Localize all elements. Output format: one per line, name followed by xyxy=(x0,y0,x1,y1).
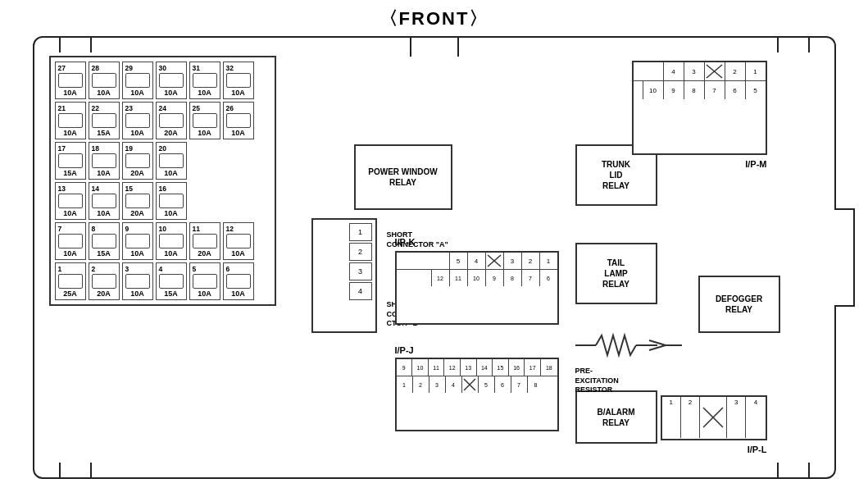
fuse-6: 610A xyxy=(223,262,254,300)
tail-lamp-relay-box: TAILLAMPRELAY xyxy=(575,243,657,304)
fuse-16: 1610A xyxy=(156,182,187,220)
ipj-area: 9 10 11 12 13 14 15 16 17 18 1 2 3 4 5 6… xyxy=(395,358,559,431)
fuse-4: 415A xyxy=(156,262,187,300)
ipk-area: 5 4 3 2 1 12 11 10 9 8 7 6 xyxy=(395,251,559,325)
fuse-27: 2710A xyxy=(55,62,86,99)
short-connector-a-area: 1 2 3 4 xyxy=(311,218,377,333)
fuse-9: 910A xyxy=(122,222,153,260)
sc-a-cell-4: 4 xyxy=(349,282,372,300)
fuse-26: 2610A xyxy=(223,102,254,139)
balarm-relay-box: B/ALARMRELAY xyxy=(575,390,657,444)
notch-tl xyxy=(59,36,92,52)
fuse-empty-3 xyxy=(189,182,229,220)
fuse-empty-4 xyxy=(231,182,270,220)
fuse-5: 510A xyxy=(189,262,220,300)
fuse-7: 710A xyxy=(55,222,86,260)
ipj-label: I/P-J xyxy=(395,345,414,355)
right-bump xyxy=(834,208,855,307)
fuse-28: 2810A xyxy=(89,62,120,99)
resistor-symbol-svg xyxy=(575,329,707,362)
fuse-31: 3110A xyxy=(189,62,220,99)
power-window-relay-box: POWER WINDOW RELAY xyxy=(354,144,452,210)
fuse-18: 1810A xyxy=(89,142,120,180)
fuse-empty-1 xyxy=(189,142,229,180)
fuse-20: 2010A xyxy=(156,142,187,180)
sc-a-cell-3: 3 xyxy=(349,262,372,280)
fuse-2: 220A xyxy=(89,262,120,300)
page-title: 〈FRONT〉 xyxy=(379,7,489,31)
fuse-grid: 2710A 2810A 2910A 3010A 3110A 3210A 2110… xyxy=(49,56,276,306)
fuse-32: 3210A xyxy=(223,62,254,99)
ipk-label: I/P-K xyxy=(395,237,416,247)
fuse-23: 2310A xyxy=(122,102,153,139)
defogger-relay-box: DEFOGGERRELAY xyxy=(698,276,780,333)
fuse-17: 1715A xyxy=(55,142,86,180)
pre-excitation-area: PRE-EXCITATIONRESISTOR xyxy=(575,329,707,382)
fuse-25: 2510A xyxy=(189,102,220,139)
diagram-container: 2710A 2810A 2910A 3010A 3110A 3210A 2110… xyxy=(33,36,836,479)
ipm-area: 4 3 2 1 10 9 8 7 6 5 xyxy=(632,61,767,155)
sc-a-cell-2: 2 xyxy=(349,243,372,261)
ipm-label: I/P-M xyxy=(745,159,766,169)
sc-a-cell-1: 1 xyxy=(349,223,372,241)
fuse-12: 1210A xyxy=(223,222,254,260)
fuse-19: 1920A xyxy=(122,142,153,180)
notch-tr xyxy=(777,36,810,52)
fuse-empty-2 xyxy=(231,142,270,180)
fuse-11: 1120A xyxy=(189,222,220,260)
fuse-10: 1010A xyxy=(156,222,187,260)
fuse-8: 815A xyxy=(89,222,120,260)
fuse-13: 1310A xyxy=(55,182,86,220)
fuse-15: 1520A xyxy=(122,182,153,220)
top-connector xyxy=(410,36,459,57)
fuse-1: 125A xyxy=(55,262,86,300)
fuse-3: 310A xyxy=(122,262,153,300)
fuse-22: 2215A xyxy=(89,102,120,139)
pre-excitation-label: PRE-EXCITATIONRESISTOR xyxy=(575,367,707,395)
notch-bl xyxy=(59,463,92,479)
ipl-label: I/P-L xyxy=(748,445,767,454)
fuse-14: 1410A xyxy=(89,182,120,220)
fuse-21: 2110A xyxy=(55,102,86,139)
ipl-area: 1 2 3 4 xyxy=(661,395,767,440)
fuse-29: 2910A xyxy=(122,62,153,99)
fuse-24: 2420A xyxy=(156,102,187,139)
notch-br xyxy=(777,463,810,479)
fuse-30: 3010A xyxy=(156,62,187,99)
